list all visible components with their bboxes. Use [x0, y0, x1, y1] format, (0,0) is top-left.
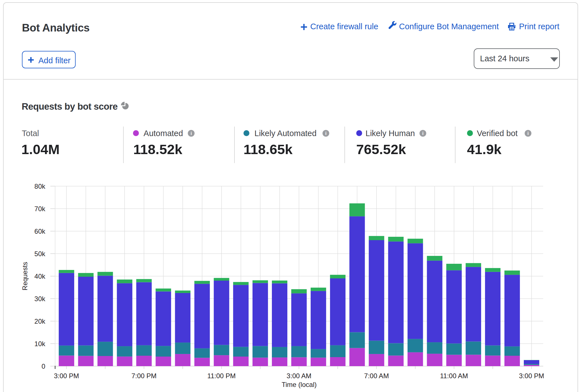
svg-text:0: 0	[42, 362, 45, 370]
svg-text:80k: 80k	[34, 183, 46, 190]
svg-text:Requests: Requests	[21, 262, 29, 290]
svg-text:7:00 AM: 7:00 AM	[364, 372, 389, 380]
svg-text:Time (local): Time (local)	[282, 381, 317, 388]
svg-text:60k: 60k	[34, 227, 46, 235]
svg-text:11:00 AM: 11:00 AM	[440, 372, 468, 380]
svg-text:3:00 PM: 3:00 PM	[519, 372, 544, 380]
svg-text:10k: 10k	[34, 340, 46, 348]
svg-text:20k: 20k	[34, 317, 46, 325]
svg-text:50k: 50k	[34, 250, 46, 258]
svg-text:70k: 70k	[34, 205, 46, 213]
svg-text:3:00 AM: 3:00 AM	[287, 372, 311, 380]
svg-text:40k: 40k	[34, 272, 46, 280]
svg-text:11:00 PM: 11:00 PM	[207, 372, 236, 380]
svg-text:30k: 30k	[34, 295, 46, 303]
svg-text:3:00 PM: 3:00 PM	[54, 372, 79, 380]
svg-text:7:00 PM: 7:00 PM	[131, 372, 156, 380]
